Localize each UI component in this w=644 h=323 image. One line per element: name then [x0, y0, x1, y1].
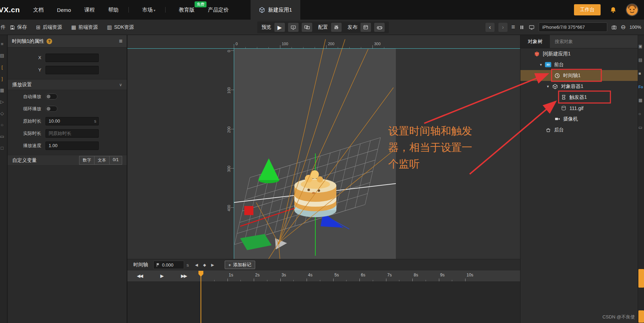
- dock-icon[interactable]: ▭: [0, 134, 7, 139]
- layer-list-icon[interactable]: ≡: [511, 23, 515, 31]
- var-number-button[interactable]: 数字: [79, 156, 94, 165]
- device-select[interactable]: iPhone6/7/8 375*667: [539, 22, 607, 32]
- original-duration-label: 原始时长: [8, 118, 41, 124]
- timeline-tick: [465, 279, 465, 281]
- nav-pricing[interactable]: 产品定价: [208, 7, 229, 13]
- play-button[interactable]: ▶: [156, 272, 167, 280]
- tree-item-timeline1[interactable]: 时间轴1: [520, 70, 638, 81]
- gamepad-icon[interactable]: [374, 23, 385, 32]
- undo-button[interactable]: ‹: [485, 23, 495, 32]
- y-input[interactable]: [46, 66, 99, 74]
- tree-item-gif[interactable]: 111.gif: [520, 103, 638, 114]
- avatar[interactable]: [626, 4, 638, 16]
- dock-icon[interactable]: ]: [0, 76, 7, 81]
- publish-label: 发布: [348, 24, 357, 30]
- dock-icon[interactable]: ▦: [0, 88, 7, 93]
- dock-icon[interactable]: Fo: [638, 85, 644, 89]
- hourglass-icon: [560, 95, 567, 100]
- nav-help[interactable]: 帮助: [108, 7, 119, 13]
- right-edge-badge[interactable]: [638, 269, 644, 288]
- dock-icon[interactable]: □: [0, 145, 7, 151]
- expand-icon[interactable]: ▼: [539, 63, 544, 67]
- timeline-tick: [412, 279, 413, 281]
- bell-icon[interactable]: [610, 6, 617, 13]
- app-tab[interactable]: 新建应用1: [251, 0, 300, 20]
- expand-icon[interactable]: ▼: [546, 85, 551, 88]
- grid-icon: ▦: [71, 24, 76, 30]
- dock-icon[interactable]: ▷: [0, 99, 7, 104]
- left-dock-strip: ≡▤[]▦▷◇○▭□: [0, 35, 7, 323]
- prev-keyframe-button[interactable]: ◀: [193, 261, 200, 268]
- original-duration-input[interactable]: [46, 117, 99, 125]
- dock-icon[interactable]: ▣: [638, 44, 644, 49]
- frontend-resources-button[interactable]: ▦ 前端资源: [71, 24, 98, 30]
- x-input[interactable]: [46, 54, 99, 62]
- nav-education[interactable]: 教育版免费: [179, 7, 195, 13]
- timeline-tick: [227, 279, 228, 281]
- 3d-badge-icon: 3D: [544, 62, 552, 67]
- backend-resources-button[interactable]: ⊞ 后端资源: [36, 24, 62, 30]
- dock-icon[interactable]: ◇: [0, 111, 7, 116]
- dock-icon[interactable]: ○: [638, 111, 644, 116]
- next-keyframe-button[interactable]: ▶: [209, 261, 216, 268]
- nav-demo[interactable]: Demo: [57, 7, 71, 13]
- timeline-tick-label: 4s: [308, 273, 313, 277]
- nav-course[interactable]: 课程: [84, 7, 95, 13]
- dock-icon[interactable]: ▤: [0, 53, 7, 58]
- help-icon[interactable]: ?: [47, 39, 52, 44]
- zoom-out-icon[interactable]: ⊖: [621, 23, 626, 31]
- monitor-icon[interactable]: [528, 25, 535, 30]
- fast-forward-button[interactable]: ▶▶: [178, 272, 189, 280]
- tab-object-tree[interactable]: 对象树: [520, 35, 550, 48]
- workbench-button[interactable]: 工作台: [574, 4, 601, 15]
- dock-icon[interactable]: ▤: [638, 57, 644, 62]
- speed-input[interactable]: [46, 142, 99, 150]
- tree-item-front[interactable]: ▼ 3D 前台: [520, 59, 638, 70]
- redo-button[interactable]: ›: [498, 23, 507, 32]
- var-text-button[interactable]: 文本: [94, 156, 110, 165]
- loop-toggle[interactable]: [46, 106, 57, 112]
- tree-item-app[interactable]: [8]新建应用1: [520, 48, 638, 59]
- tree-item-container1[interactable]: ▼ 对象容器1: [520, 81, 638, 92]
- timeline-ruler[interactable]: ◀◀ ▶ ▶▶ 1s2s3s4s5s6s7s8s9s10s: [127, 270, 520, 281]
- timeline-time-field[interactable]: 0.000: [153, 261, 184, 269]
- sliders-icon[interactable]: [331, 23, 342, 32]
- preview-play-button[interactable]: ▶: [274, 23, 285, 32]
- timeline-track[interactable]: [127, 281, 520, 323]
- right-edge-badge[interactable]: [638, 310, 644, 323]
- dock-icon[interactable]: ■: [638, 71, 644, 76]
- screen-cast-button[interactable]: [288, 23, 299, 32]
- dock-icon[interactable]: ≡: [0, 41, 7, 47]
- save-button[interactable]: 保存: [10, 24, 27, 30]
- calendar-icon[interactable]: [360, 23, 371, 32]
- tree-item-camera[interactable]: 摄像机: [520, 114, 638, 124]
- mirror-screens-button[interactable]: [302, 23, 312, 32]
- split-columns-icon[interactable]: [519, 25, 525, 30]
- 3d-scene[interactable]: [234, 48, 396, 259]
- actual-duration-input[interactable]: [46, 129, 99, 138]
- dock-icon[interactable]: ▦: [638, 98, 644, 103]
- add-keyframe-button[interactable]: ◆: [201, 261, 208, 268]
- file-menu-cut[interactable]: 件: [1, 24, 6, 30]
- dock-icon[interactable]: ▭: [638, 125, 644, 130]
- panel-menu-icon[interactable]: ≡: [119, 38, 122, 45]
- sdk-resources-button[interactable]: ▥ SDK资源: [107, 24, 134, 30]
- dock-icon[interactable]: ○: [0, 122, 7, 128]
- x-row: X: [8, 52, 127, 63]
- search-input[interactable]: [550, 39, 638, 44]
- timeline-tick: [386, 279, 386, 281]
- tree-item-back[interactable]: 后台: [520, 124, 638, 135]
- autoplay-toggle[interactable]: [46, 94, 57, 99]
- screenshot-icon[interactable]: [611, 25, 617, 30]
- device-viewport[interactable]: [234, 48, 396, 259]
- nav-docs[interactable]: 文档: [33, 7, 44, 13]
- nav-market[interactable]: 市场▾: [142, 7, 155, 13]
- tree-item-trigger1[interactable]: 触发器1: [520, 92, 638, 103]
- logo[interactable]: VX.cn: [0, 6, 20, 14]
- add-marker-button[interactable]: + 添加标记: [225, 261, 255, 269]
- object-tree-header: 对象树: [520, 35, 638, 48]
- timeline-tick: [359, 279, 360, 281]
- dock-icon[interactable]: [: [0, 64, 7, 70]
- play-settings-section[interactable]: 播放设置 ∨: [8, 79, 127, 90]
- rewind-button[interactable]: ◀◀: [134, 272, 145, 280]
